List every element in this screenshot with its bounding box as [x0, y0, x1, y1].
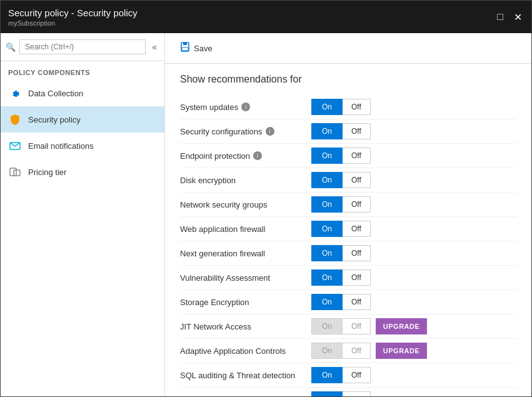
sidebar-label-data-collection: Data Collection [28, 89, 83, 98]
toolbar: Save [165, 33, 531, 64]
save-button[interactable]: Save [175, 39, 218, 57]
search-icon: 🔍 [6, 43, 16, 52]
rec-label-text-system-updates: System updates [180, 103, 238, 112]
rec-label-next-generation-firewall: Next generation firewall [180, 249, 311, 258]
toggle-off-disk-encryption[interactable]: Off [343, 172, 371, 188]
title-bar-left: Security policy - Security policy mySubs… [8, 8, 138, 27]
minimize-button[interactable]: □ [494, 11, 506, 23]
toggle-off-storage-encryption[interactable]: Off [343, 294, 371, 310]
rec-label-sql-auditing: SQL auditing & Threat detection [180, 371, 311, 380]
toggle-group-jit-network-access: OnOff [311, 318, 371, 334]
recommendation-row-disk-encryption: Disk encryptionOnOff [180, 168, 516, 193]
recommendation-row-adaptive-application-controls: Adaptive Application ControlsOnOffUPGRAD… [180, 339, 516, 363]
toggle-group-next-generation-firewall: OnOff [311, 245, 371, 261]
toggle-off-endpoint-protection[interactable]: Off [343, 148, 371, 164]
rec-label-endpoint-protection: Endpoint protectioni [180, 151, 311, 161]
recommendation-row-next-generation-firewall: Next generation firewallOnOff [180, 241, 516, 266]
svg-rect-5 [182, 48, 188, 51]
search-input[interactable] [19, 39, 146, 54]
sidebar-label-email-notifications: Email notifications [28, 141, 94, 151]
toggle-off-next-generation-firewall[interactable]: Off [343, 245, 371, 261]
window-title: Security policy - Security policy [8, 8, 138, 18]
rec-label-text-next-generation-firewall: Next generation firewall [180, 249, 265, 258]
toggle-on-security-configurations[interactable]: On [311, 123, 343, 139]
toggle-off-network-security-groups[interactable]: Off [343, 196, 371, 213]
toggle-off-web-application-firewall[interactable]: Off [343, 221, 371, 237]
sidebar: 🔍 « POLICY COMPONENTS Data Collection [1, 33, 165, 396]
shield-icon [8, 113, 22, 126]
content-area: 🔍 « POLICY COMPONENTS Data Collection [1, 33, 531, 396]
svg-rect-2 [14, 170, 20, 176]
email-icon [8, 139, 22, 153]
rec-label-network-security-groups: Network security groups [180, 200, 311, 209]
toggle-group-system-updates: OnOff [311, 99, 371, 115]
recommendations-list: System updatesiOnOffSecurity configurati… [180, 95, 516, 396]
recommendation-row-system-updates: System updatesiOnOff [180, 95, 516, 119]
rec-label-text-disk-encryption: Disk encryption [180, 176, 236, 185]
search-bar: 🔍 « [1, 33, 164, 61]
rec-label-security-configurations: Security configurationsi [180, 127, 311, 136]
toggle-on-endpoint-protection[interactable]: On [311, 148, 343, 164]
main-content: Show recommendations for System updatesi… [165, 64, 531, 396]
rec-label-text-jit-network-access: JIT Network Access [180, 322, 251, 331]
gear-icon [8, 86, 22, 100]
toggle-off-security-configurations[interactable]: Off [343, 123, 371, 139]
save-icon [180, 42, 190, 54]
upgrade-button-adaptive-application-controls[interactable]: UPGRADE [376, 343, 428, 359]
toggle-off-jit-network-access[interactable]: Off [343, 318, 371, 334]
svg-rect-1 [10, 168, 16, 176]
rec-label-jit-network-access: JIT Network Access [180, 322, 311, 331]
rec-label-text-sql-encryption: SQL Encryption [180, 395, 237, 397]
toggle-group-security-configurations: OnOff [311, 123, 371, 139]
toggle-group-storage-encryption: OnOff [311, 294, 371, 310]
toggle-group-adaptive-application-controls: OnOff [311, 343, 371, 359]
close-button[interactable]: ✕ [511, 11, 524, 23]
rec-label-adaptive-application-controls: Adaptive Application Controls [180, 346, 311, 356]
price-icon [8, 165, 22, 179]
toggle-on-web-application-firewall[interactable]: On [311, 221, 343, 237]
toggle-off-sql-auditing[interactable]: Off [343, 367, 371, 383]
title-bar-controls: □ ✕ [494, 11, 524, 23]
recommendation-row-network-security-groups: Network security groupsOnOff [180, 193, 516, 217]
recommendation-row-storage-encryption: Storage EncryptionOnOff [180, 290, 516, 314]
main-panel: Save Show recommendations for System upd… [165, 33, 531, 396]
sidebar-label-pricing-tier: Pricing tier [28, 168, 66, 177]
toggle-on-adaptive-application-controls[interactable]: On [311, 343, 343, 359]
collapse-button[interactable]: « [149, 41, 159, 53]
toggle-off-system-updates[interactable]: Off [343, 99, 371, 115]
toggle-on-next-generation-firewall[interactable]: On [311, 245, 343, 261]
info-icon-system-updates[interactable]: i [241, 103, 250, 111]
recommendation-row-sql-auditing: SQL auditing & Threat detectionOnOff [180, 363, 516, 388]
rec-label-text-vulnerability-assessment: Vulnerability Assessment [180, 273, 270, 283]
toggle-off-vulnerability-assessment[interactable]: Off [343, 269, 371, 286]
save-label: Save [194, 44, 213, 53]
toggle-group-disk-encryption: OnOff [311, 172, 371, 188]
rec-label-system-updates: System updatesi [180, 103, 311, 112]
toggle-off-sql-encryption[interactable]: Off [343, 391, 371, 396]
toggle-on-vulnerability-assessment[interactable]: On [311, 269, 343, 286]
toggle-on-system-updates[interactable]: On [311, 99, 343, 115]
rec-label-text-storage-encryption: Storage Encryption [180, 298, 249, 307]
info-icon-endpoint-protection[interactable]: i [253, 151, 262, 160]
sidebar-label-security-policy: Security policy [28, 115, 81, 124]
rec-label-text-security-configurations: Security configurations [180, 127, 263, 136]
toggle-on-sql-auditing[interactable]: On [311, 367, 343, 383]
toggle-on-disk-encryption[interactable]: On [311, 172, 343, 188]
toggle-on-storage-encryption[interactable]: On [311, 294, 343, 310]
sidebar-item-email-notifications[interactable]: Email notifications [1, 133, 164, 159]
info-icon-security-configurations[interactable]: i [266, 127, 274, 136]
toggle-group-network-security-groups: OnOff [311, 196, 371, 213]
toggle-off-adaptive-application-controls[interactable]: Off [343, 343, 371, 359]
sidebar-item-security-policy[interactable]: Security policy [1, 106, 164, 133]
rec-label-sql-encryption: SQL Encryption [180, 395, 311, 397]
toggle-on-sql-encryption[interactable]: On [311, 391, 343, 396]
toggle-on-network-security-groups[interactable]: On [311, 196, 343, 213]
toggle-on-jit-network-access[interactable]: On [311, 318, 343, 334]
recommendation-row-security-configurations: Security configurationsiOnOff [180, 119, 516, 144]
sidebar-item-pricing-tier[interactable]: Pricing tier [1, 159, 164, 185]
sidebar-item-data-collection[interactable]: Data Collection [1, 80, 164, 106]
toggle-group-sql-encryption: OnOff [311, 391, 371, 396]
rec-label-storage-encryption: Storage Encryption [180, 298, 311, 307]
recommendation-row-endpoint-protection: Endpoint protectioniOnOff [180, 144, 516, 168]
upgrade-button-jit-network-access[interactable]: UPGRADE [376, 318, 428, 334]
